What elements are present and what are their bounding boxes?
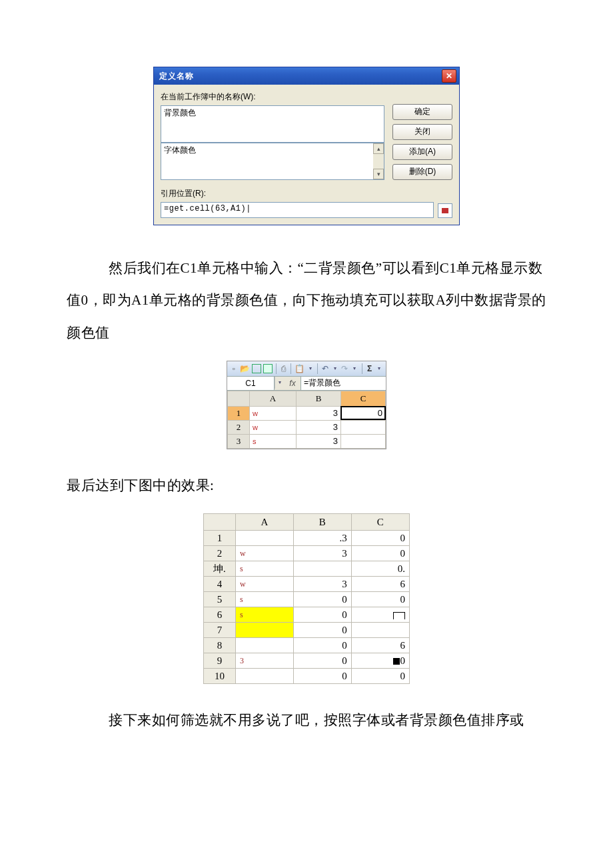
name-input[interactable]: 背景颜色 [161,105,384,143]
row-header[interactable]: 7 [204,623,236,638]
cell[interactable]: 3 [235,653,293,669]
select-all-corner[interactable] [204,514,236,531]
formula-bar[interactable]: =背景颜色 [301,377,386,390]
cell[interactable]: 0 [351,669,409,684]
cell[interactable]: 0 [293,653,351,669]
ok-button[interactable]: 确定 [392,104,452,120]
cell[interactable]: w [235,546,293,561]
cell[interactable]: 0 [351,531,409,546]
spreadsheet-grid-1[interactable]: A B C 1 w 3 0 2 w 3 3 s [227,391,386,449]
cell[interactable] [235,623,293,638]
collapse-dialog-icon[interactable] [438,203,452,218]
save-icon[interactable] [252,363,261,374]
autosum-dropdown-icon[interactable]: ▾ [375,363,383,374]
col-header-C[interactable]: C [351,514,409,531]
row-header[interactable]: 2 [204,546,236,561]
define-name-dialog: 定义名称 ✕ 在当前工作簿中的名称(W): 背景颜色 字体颜色 ▴ ▾ [153,67,460,225]
cell[interactable]: 0 [293,669,351,684]
cell[interactable] [351,623,409,638]
row-header[interactable]: 6 [204,607,236,623]
row-header[interactable]: 1 [228,406,250,420]
reference-input[interactable]: =get.cell(63,A1)| [161,202,434,218]
paste-icon[interactable]: 📋 [295,363,305,374]
scroll-down-icon[interactable]: ▾ [373,169,384,179]
row-header[interactable]: 4 [204,577,236,592]
close-button[interactable]: 关闭 [392,124,452,140]
cell[interactable]: 3 [296,434,340,448]
dialog-title: 定义名称 [159,71,194,82]
cell[interactable]: 0. [351,561,409,577]
autosum-icon[interactable]: Σ [366,363,374,374]
cell[interactable]: 0 [293,623,351,638]
cell[interactable]: s [235,561,293,577]
cell[interactable] [235,531,293,546]
cell[interactable]: 0 [351,653,409,669]
row-header[interactable]: 3 [228,434,250,448]
cell[interactable]: 0 [351,546,409,561]
cell[interactable]: s [235,607,293,623]
delete-button[interactable]: 删除(D) [392,164,452,180]
cell[interactable]: w [235,577,293,592]
name-box-dropdown-icon[interactable]: ▾ [275,377,285,389]
cell[interactable] [293,561,351,577]
col-header-B[interactable]: B [296,391,340,406]
name-list[interactable]: 字体颜色 ▴ ▾ [161,143,384,180]
add-button[interactable]: 添加(A) [392,144,452,160]
col-header-B[interactable]: B [293,514,351,531]
close-icon[interactable]: ✕ [442,69,456,83]
fx-icon[interactable]: fx [285,377,301,390]
cell[interactable]: 3 [296,420,340,434]
cell[interactable]: 3 [293,577,351,592]
row-header[interactable]: 8 [204,638,236,653]
undo-icon[interactable]: ↶ [321,363,329,374]
row-header[interactable]: 5 [204,592,236,607]
cell[interactable]: 3 [293,546,351,561]
paste-dropdown-icon[interactable]: ▾ [306,363,314,374]
cell[interactable]: 0 [293,592,351,607]
cell[interactable] [351,607,409,623]
row-header[interactable]: 10 [204,669,236,684]
name-list-scrollbar[interactable]: ▴ ▾ [373,143,384,179]
redo-dropdown-icon[interactable]: ▾ [350,363,358,374]
cell[interactable]: s [235,592,293,607]
undo-dropdown-icon[interactable]: ▾ [331,363,339,374]
cell[interactable]: 6 [351,638,409,653]
row-header[interactable]: 坤. [204,561,236,577]
col-header-C[interactable]: C [340,391,385,406]
excel-toolbar[interactable]: ▫ 📂 ⎙ 📋 ▾ ↶ ▾ ↷ ▾ Σ ▾ [227,361,386,377]
cell[interactable]: 6 [351,577,409,592]
col-header-A[interactable]: A [250,391,297,406]
dialog-titlebar[interactable]: 定义名称 ✕ [154,67,459,85]
cell[interactable]: 0 [351,592,409,607]
name-list-item[interactable]: 字体颜色 [164,145,381,156]
row-header[interactable]: 9 [204,653,236,669]
row-header[interactable]: 2 [228,420,250,434]
cell[interactable]: 0 [293,638,351,653]
cell[interactable]: w [250,406,297,420]
excel-snippet-1: ▫ 📂 ⎙ 📋 ▾ ↶ ▾ ↷ ▾ Σ ▾ C1 [227,361,386,449]
cell[interactable] [235,669,293,684]
cell[interactable] [340,434,385,448]
redo-icon[interactable]: ↷ [341,363,349,374]
cell[interactable]: s [250,434,297,448]
excel-snippet-2: A B C 1.302w30坤.s0.4w365s006s07080693001… [203,513,410,684]
cell[interactable] [235,638,293,653]
cell[interactable]: w [250,420,297,434]
cell[interactable]: 3 [296,406,340,420]
select-all-corner[interactable] [228,391,250,406]
new-file-icon[interactable]: ▫ [230,363,238,374]
cell-selected[interactable]: 0 [340,406,385,420]
spreadsheet-grid-2[interactable]: A B C 1.302w30坤.s0.4w365s006s07080693001… [203,513,410,684]
print-icon[interactable]: ⎙ [279,363,287,374]
open-file-icon[interactable]: 📂 [240,363,250,374]
cell[interactable]: 0 [293,607,351,623]
scroll-up-icon[interactable]: ▴ [373,143,384,154]
row-header[interactable]: 1 [204,531,236,546]
save-as-icon[interactable] [263,363,273,374]
names-label: 在当前工作簿中的名称(W): [161,91,452,103]
cell[interactable] [340,420,385,434]
reference-label: 引用位置(R): [161,188,434,199]
col-header-A[interactable]: A [235,514,293,531]
cell-name-box[interactable]: C1 [227,377,275,390]
cell[interactable]: .3 [293,531,351,546]
